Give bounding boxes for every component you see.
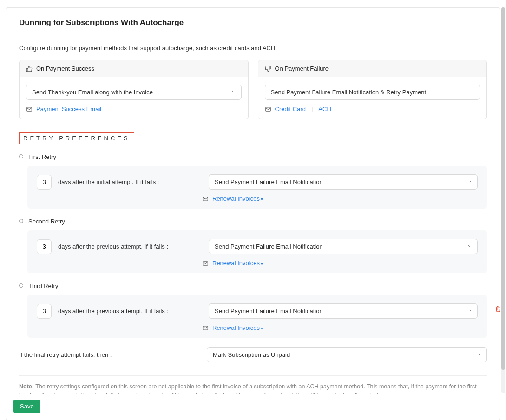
mail-icon <box>202 260 209 267</box>
renewal-invoices-link[interactable]: Renewal Invoices▾ <box>212 195 263 202</box>
page-title: Dunning for Subscriptions With Autocharg… <box>19 18 487 27</box>
retry-link-row: Renewal Invoices▾ <box>202 260 478 267</box>
retry-action-select[interactable]: Send Payment Failure Email Notification <box>209 303 478 319</box>
retry-card: days after the initial attempt. If it fa… <box>27 166 487 209</box>
failure-panel-title: On Payment Failure <box>275 65 329 72</box>
thumbs-up-icon <box>26 66 33 72</box>
renewal-invoices-link[interactable]: Renewal Invoices▾ <box>212 324 263 331</box>
retry-step-3: Third Retry days after the previous atte… <box>27 282 487 338</box>
retry-link-row: Renewal Invoices▾ <box>202 195 478 202</box>
retry-card: days after the previous attempt. If it f… <box>27 230 487 273</box>
final-label: If the final retry attempt fails, then : <box>19 351 200 358</box>
ach-link[interactable]: ACH <box>318 105 331 112</box>
timeline-dot <box>19 154 23 158</box>
retry-row: days after the previous attempt. If it f… <box>37 239 478 254</box>
days-input[interactable] <box>37 175 52 190</box>
retry-link-row: Renewal Invoices▾ <box>202 324 478 331</box>
retry-text: days after the previous attempt. If it f… <box>58 308 202 315</box>
success-panel-head: On Payment Success <box>20 60 248 77</box>
retry-row: days after the initial attempt. If it fa… <box>37 174 478 190</box>
renewal-invoices-link[interactable]: Renewal Invoices▾ <box>212 260 263 267</box>
delete-retry-button[interactable] <box>495 305 500 314</box>
success-action-value: Send Thank-you Email along with the Invo… <box>32 89 153 96</box>
retry-action-value: Send Payment Failure Email Notification <box>215 243 323 250</box>
final-action-value: Mark Subscription as Unpaid <box>213 351 290 358</box>
retry-title: First Retry <box>28 153 487 160</box>
success-link-row: Payment Success Email <box>26 105 242 112</box>
retry-row: days after the previous attempt. If it f… <box>37 303 478 319</box>
failure-panel: On Payment Failure Send Payment Failure … <box>258 60 487 119</box>
retry-action-select[interactable]: Send Payment Failure Email Notification <box>209 239 478 254</box>
days-input[interactable] <box>37 239 52 254</box>
success-panel-title: On Payment Success <box>36 65 94 72</box>
retry-title: Third Retry <box>28 282 487 289</box>
retry-action-value: Send Payment Failure Email Notification <box>215 308 323 315</box>
failure-panel-head: On Payment Failure <box>258 60 487 77</box>
retry-step-1: First Retry days after the initial attem… <box>27 153 487 209</box>
retry-text: days after the initial attempt. If it fa… <box>58 178 202 185</box>
payment-success-email-link[interactable]: Payment Success Email <box>36 105 101 112</box>
chevron-down-icon: ▾ <box>261 197 263 202</box>
mail-icon <box>202 325 209 331</box>
intro-text: Configure dunning for payment methods th… <box>19 45 487 52</box>
thumbs-down-icon <box>265 66 271 72</box>
final-action-select[interactable]: Mark Subscription as Unpaid <box>207 347 487 362</box>
final-action-row: If the final retry attempt fails, then :… <box>19 347 487 362</box>
retry-step-2: Second Retry days after the previous att… <box>27 218 487 273</box>
scroll-area[interactable]: Dunning for Subscriptions With Autocharg… <box>6 8 500 397</box>
card-content: Configure dunning for payment methods th… <box>6 34 500 397</box>
settings-card: Dunning for Subscriptions With Autocharg… <box>6 7 500 398</box>
save-button[interactable]: Save <box>13 400 40 413</box>
mail-icon <box>26 106 33 112</box>
chevron-down-icon <box>467 308 473 315</box>
divider <box>19 375 487 376</box>
retry-action-value: Send Payment Failure Email Notification <box>215 178 323 185</box>
chevron-down-icon <box>467 178 473 185</box>
failure-action-select[interactable]: Send Payment Failure Email Notification … <box>265 85 480 100</box>
note-label: Note: <box>19 383 34 390</box>
mail-icon <box>202 196 209 202</box>
success-panel-body: Send Thank-you Email along with the Invo… <box>20 77 248 119</box>
panels-row: On Payment Success Send Thank-you Email … <box>19 60 487 119</box>
failure-link-row: Credit Card | ACH <box>265 105 480 112</box>
timeline-dot <box>19 283 23 288</box>
scrollbar-thumb[interactable] <box>501 7 505 370</box>
retry-title: Second Retry <box>28 218 487 225</box>
chevron-down-icon <box>231 89 237 96</box>
link-separator: | <box>311 105 313 112</box>
retry-preferences-heading: RETRY PREFERENCES <box>19 132 134 144</box>
mail-icon <box>265 106 271 112</box>
credit-card-link[interactable]: Credit Card <box>275 105 306 112</box>
chevron-down-icon <box>467 243 473 250</box>
retry-text: days after the previous attempt. If it f… <box>58 243 202 250</box>
chevron-down-icon: ▾ <box>261 261 263 266</box>
failure-panel-body: Send Payment Failure Email Notification … <box>258 77 487 119</box>
success-action-select[interactable]: Send Thank-you Email along with the Invo… <box>26 85 242 100</box>
days-input[interactable] <box>37 304 52 319</box>
card-header: Dunning for Subscriptions With Autocharg… <box>6 8 500 34</box>
chevron-down-icon <box>469 89 475 96</box>
retry-action-select[interactable]: Send Payment Failure Email Notification <box>209 174 478 190</box>
success-panel: On Payment Success Send Thank-you Email … <box>19 60 249 119</box>
chevron-down-icon: ▾ <box>261 326 263 331</box>
failure-action-value: Send Payment Failure Email Notification … <box>271 89 427 96</box>
retry-card: days after the previous attempt. If it f… <box>27 295 487 338</box>
timeline-dot <box>19 219 23 223</box>
chevron-down-icon <box>476 351 482 358</box>
footer-bar: Save <box>6 394 500 420</box>
retry-timeline: First Retry days after the initial attem… <box>19 153 487 338</box>
